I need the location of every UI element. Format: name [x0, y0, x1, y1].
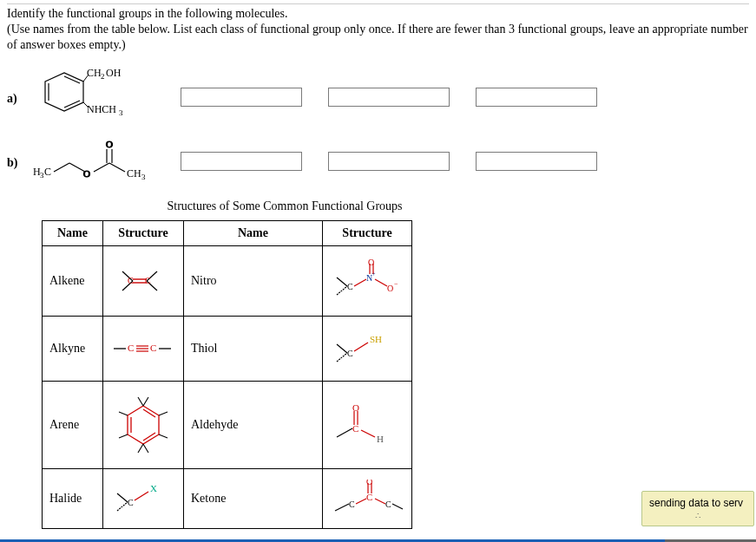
svg-text:SH: SH: [370, 334, 382, 344]
svg-text:CH: CH: [127, 167, 141, 180]
svg-text:C: C: [347, 349, 353, 358]
question-label-a: a): [7, 88, 28, 106]
svg-line-82: [356, 499, 366, 504]
svg-text:C: C: [347, 282, 353, 291]
svg-line-66: [119, 434, 128, 438]
functional-groups-table: Name Structure Name Structure Alkene CC …: [42, 220, 412, 529]
svg-line-64: [138, 444, 143, 453]
svg-text:C: C: [349, 500, 355, 509]
question-a: a) CH 2 OH NHCH 3: [7, 64, 749, 130]
svg-line-67: [119, 412, 128, 415]
svg-line-76: [117, 493, 128, 502]
svg-text:NHCH: NHCH: [87, 103, 116, 115]
svg-line-57: [143, 409, 155, 417]
svg-marker-56: [128, 406, 159, 444]
answer-b-3[interactable]: [476, 152, 597, 171]
svg-line-35: [354, 279, 366, 286]
cell-aldehyde-name: Aldehyde: [184, 381, 323, 468]
svg-line-60: [138, 397, 143, 406]
svg-line-41: [375, 279, 387, 286]
question-b: b) H 3 C O O CH 3: [7, 137, 749, 186]
th-structure-2: Structure: [323, 220, 412, 245]
instructions: Identify the functional groups in the fo…: [7, 3, 749, 54]
table-row: Arene Aldehyde COH: [43, 381, 412, 468]
status-toast: sending data to serv ∴: [641, 491, 754, 526]
svg-text:O: O: [387, 284, 393, 293]
svg-line-73: [361, 430, 375, 437]
instruction-line-1: Identify the functional groups in the fo…: [7, 6, 749, 22]
svg-line-87: [375, 499, 385, 504]
svg-line-52: [337, 344, 347, 353]
svg-line-68: [337, 428, 352, 437]
svg-line-2: [64, 76, 80, 83]
svg-line-17: [94, 163, 109, 172]
question-label-b: b): [7, 153, 28, 170]
cell-thiol-struct: CSH: [323, 316, 412, 381]
table-title: Structures of Some Common Functional Gro…: [111, 199, 458, 213]
svg-text:H: H: [377, 434, 384, 444]
cell-arene-struct: [103, 381, 184, 468]
svg-line-32: [337, 286, 347, 295]
svg-text:C: C: [128, 498, 134, 507]
svg-marker-0: [45, 73, 83, 111]
svg-line-58: [143, 433, 155, 441]
answer-b-2[interactable]: [328, 152, 450, 171]
table-row: Halide CX Ketone CCOC: [43, 468, 412, 528]
cell-aldehyde-struct: COH: [323, 381, 412, 468]
answer-b-1[interactable]: [181, 152, 302, 171]
toast-text: sending data to serv: [649, 497, 743, 509]
svg-line-65: [143, 444, 148, 453]
cell-thiol-name: Thiol: [184, 316, 323, 381]
svg-text:CH: CH: [87, 67, 102, 79]
svg-text:C: C: [44, 166, 51, 178]
molecule-b: H 3 C O O CH 3: [28, 137, 167, 186]
svg-text:O: O: [352, 402, 359, 413]
cell-arene-name: Arene: [43, 381, 103, 468]
svg-line-18: [109, 163, 125, 172]
svg-line-75: [117, 502, 128, 511]
cell-halide-struct: CX: [103, 468, 184, 528]
svg-text:X: X: [150, 483, 157, 493]
cell-halide-name: Halide: [43, 468, 103, 528]
table-header-row: Name Structure Name Structure: [43, 220, 412, 245]
svg-line-78: [135, 492, 148, 500]
answer-a-1[interactable]: [181, 88, 302, 107]
answer-a-3[interactable]: [476, 88, 597, 107]
svg-text:2: 2: [101, 72, 105, 81]
svg-line-54: [354, 343, 368, 351]
cell-nitro-name: Nitro: [184, 245, 323, 316]
answer-boxes-b: [181, 152, 597, 171]
svg-text:OH: OH: [106, 67, 122, 79]
svg-text:O: O: [106, 139, 113, 149]
cell-alkene-struct: CC: [103, 245, 184, 316]
spinner-icon: ∴: [649, 511, 746, 520]
svg-line-3: [64, 101, 80, 108]
svg-text:O: O: [366, 480, 372, 486]
th-name-2: Name: [184, 220, 323, 245]
instruction-line-2: (Use names from the table below. List ea…: [7, 22, 749, 53]
svg-text:−: −: [394, 280, 398, 288]
cell-alkene-name: Alkene: [43, 245, 103, 316]
th-structure-1: Structure: [103, 220, 184, 245]
th-name-1: Name: [43, 220, 103, 245]
cell-alkyne-struct: CC: [103, 316, 184, 381]
svg-line-14: [54, 163, 69, 172]
svg-text:O: O: [368, 258, 374, 267]
answer-boxes-a: [181, 88, 597, 107]
svg-line-61: [143, 397, 148, 406]
svg-text:3: 3: [119, 108, 123, 117]
svg-line-80: [335, 504, 349, 511]
cell-ketone-name: Ketone: [184, 468, 323, 528]
svg-line-63: [159, 434, 168, 438]
answer-a-2[interactable]: [328, 88, 450, 107]
cell-ketone-struct: CCOC: [323, 468, 412, 528]
table-row: Alkyne CC Thiol CSH: [43, 316, 412, 381]
svg-line-33: [337, 278, 347, 286]
svg-line-51: [337, 353, 347, 362]
svg-text:3: 3: [141, 173, 146, 181]
svg-line-62: [159, 412, 168, 415]
svg-text:C: C: [150, 343, 156, 353]
svg-text:C: C: [128, 343, 134, 353]
svg-text:C: C: [128, 276, 134, 285]
cell-alkyne-name: Alkyne: [43, 316, 103, 381]
